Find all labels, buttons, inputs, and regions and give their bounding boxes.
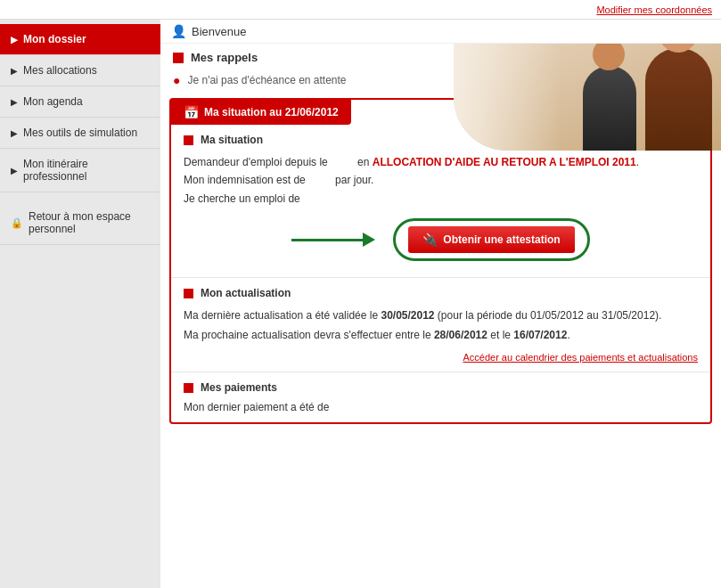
sidebar: ▶ Mon dossier ▶ Mes allocations ▶ Mon ag… xyxy=(0,20,160,588)
situation-text: Demandeur d'emploi depuis le en ALLOCATI… xyxy=(184,153,698,208)
line1-period: . xyxy=(636,156,639,168)
sidebar-label-retour: Retour à mon espace personnel xyxy=(29,210,150,235)
sidebar-item-itineraire[interactable]: ▶ Mon itinéraire professionnel xyxy=(0,149,160,192)
paiements-title: Mes paiements xyxy=(184,381,698,394)
line1-prefix: Demandeur d'emploi depuis le xyxy=(184,156,328,168)
arrow-icon-mon-agenda: ▶ xyxy=(11,97,18,107)
arrow-line xyxy=(291,239,363,241)
date2: 28/06/2012 xyxy=(434,329,487,341)
calendar-icon: 📅 xyxy=(184,105,199,119)
attestation-area: 🔌 Obtenir une attestation xyxy=(184,208,698,268)
rappels-item-text: Je n'ai pas d'échéance en attente xyxy=(187,74,346,86)
sidebar-item-retour-espace[interactable]: 🔒 Retour à mon espace personnel xyxy=(0,201,160,245)
usb-icon: 🔌 xyxy=(422,233,438,247)
situation-line1: Demandeur d'emploi depuis le en ALLOCATI… xyxy=(184,153,698,171)
sidebar-label-itineraire: Mon itinéraire professionnel xyxy=(23,158,150,183)
actualisation-line1: Ma dernière actualisation a été validée … xyxy=(184,306,698,326)
user-icon: 👤 xyxy=(171,24,186,38)
red-sq-situation xyxy=(184,135,193,145)
sidebar-item-mon-agenda[interactable]: ▶ Mon agenda xyxy=(0,86,160,118)
top-bar: Modifier mes coordonnées xyxy=(0,0,721,20)
situation-tab: 📅 Ma situation au 21/06/2012 xyxy=(171,100,351,125)
layout: ▶ Mon dossier ▶ Mes allocations ▶ Mon ag… xyxy=(0,20,721,588)
red-sq-paiements xyxy=(184,383,193,393)
sidebar-label-mes-allocations: Mes allocations xyxy=(23,64,97,77)
calendar-link[interactable]: Accéder au calendrier des paiements et a… xyxy=(184,352,698,363)
sidebar-label-outils: Mes outils de simulation xyxy=(23,127,137,139)
line3-prefix: Je cherche un emploi de xyxy=(184,192,300,205)
date1: 30/05/2012 xyxy=(381,309,434,322)
mes-paiements-section: Mes paiements Mon dernier paiement a été… xyxy=(171,372,710,422)
actualisation-line2: Ma prochaine actualisation devra s'effec… xyxy=(184,326,698,346)
rappels-title-text: Mes rappels xyxy=(191,51,258,64)
mon-actualisation-section: Mon actualisation Ma dernière actualisat… xyxy=(171,278,710,372)
arrow-icon-itineraire: ▶ xyxy=(11,166,18,176)
oval-border: 🔌 Obtenir une attestation xyxy=(393,218,589,261)
paiements-title-text: Mes paiements xyxy=(201,381,277,394)
arrow-icon-mes-allocations: ▶ xyxy=(11,66,18,76)
sidebar-item-mes-allocations[interactable]: ▶ Mes allocations xyxy=(0,55,160,86)
situation-tab-label: Ma situation au 21/06/2012 xyxy=(204,106,339,118)
hero-image xyxy=(454,44,721,151)
lock-icon: 🔒 xyxy=(11,217,23,229)
ma-situation-title-text: Ma situation xyxy=(201,134,263,146)
welcome-text: Bienvenue xyxy=(192,25,246,38)
attestation-btn-label: Obtenir une attestation xyxy=(443,233,560,246)
actualisation-text: Ma dernière actualisation a été validée … xyxy=(184,306,698,345)
situation-line2: Mon indemnisation est de par jour. xyxy=(184,171,698,189)
red-square-rappels xyxy=(173,53,184,63)
modifier-coordonnees-link[interactable]: Modifier mes coordonnées xyxy=(596,4,712,15)
sidebar-label-mon-dossier: Mon dossier xyxy=(23,33,86,45)
line2-prefix: Mon indemnisation est de xyxy=(184,174,306,186)
paiements-text: Mon dernier paiement a été de xyxy=(184,401,698,413)
arrow-graphic xyxy=(291,233,375,247)
attestation-button[interactable]: 🔌 Obtenir une attestation xyxy=(408,226,574,253)
line1-suffix-pre: en xyxy=(357,156,369,168)
red-sq-actualisation xyxy=(184,289,193,298)
sidebar-item-mon-dossier[interactable]: ▶ Mon dossier xyxy=(0,24,160,55)
arrow-head xyxy=(363,233,375,247)
arrow-icon-outils: ▶ xyxy=(11,128,18,138)
bullet-icon: ● xyxy=(173,73,180,87)
welcome-bar: 👤 Bienvenue xyxy=(160,20,721,44)
date3: 16/07/2012 xyxy=(513,329,567,341)
actualisation-title-text: Mon actualisation xyxy=(201,287,291,299)
actualisation-title: Mon actualisation xyxy=(184,287,698,299)
hero-fade xyxy=(454,44,721,151)
situation-line3: Je cherche un emploi de xyxy=(184,190,698,208)
arrow-icon-mon-dossier: ▶ xyxy=(11,35,18,45)
sidebar-label-mon-agenda: Mon agenda xyxy=(23,95,83,108)
sidebar-item-outils-simulation[interactable]: ▶ Mes outils de simulation xyxy=(0,118,160,149)
line1-highlight: ALLOCATION D'AIDE AU RETOUR A L'EMPLOI 2… xyxy=(373,156,636,168)
line2-suffix: par jour. xyxy=(335,174,373,186)
main-content: 👤 Bienvenue Mes rappels ● Je n'ai pas d'… xyxy=(160,20,721,588)
